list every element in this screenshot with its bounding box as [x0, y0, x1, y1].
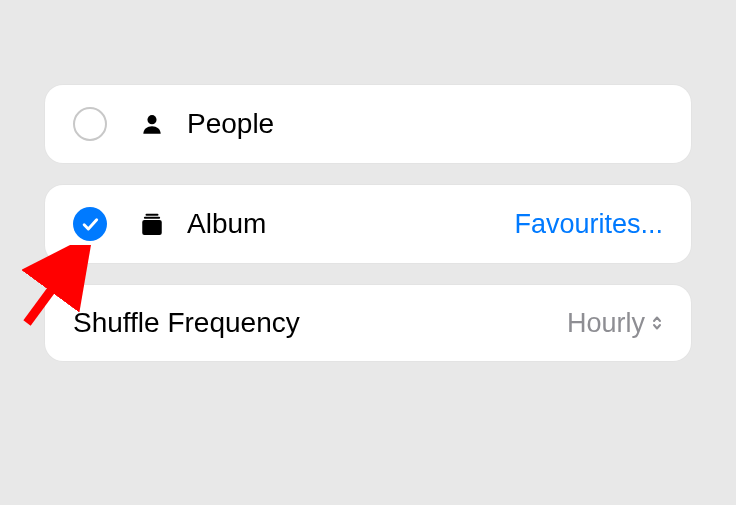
svg-point-0	[147, 115, 156, 124]
shuffle-frequency-text: Hourly	[567, 308, 645, 339]
option-people-label: People	[187, 108, 663, 140]
chevron-up-down-icon	[651, 314, 663, 332]
option-album-row[interactable]: Album Favourites...	[45, 185, 691, 263]
album-value-link[interactable]: Favourites...	[514, 209, 663, 240]
shuffle-frequency-label: Shuffle Frequency	[73, 307, 567, 339]
svg-rect-3	[142, 220, 162, 235]
option-album-label: Album	[187, 208, 514, 240]
radio-checked-icon[interactable]	[73, 207, 107, 241]
svg-rect-1	[146, 214, 159, 216]
option-people-row[interactable]: People	[45, 85, 691, 163]
svg-rect-2	[144, 217, 160, 219]
person-icon	[135, 111, 169, 137]
shuffle-frequency-row[interactable]: Shuffle Frequency Hourly	[45, 285, 691, 361]
shuffle-frequency-value[interactable]: Hourly	[567, 308, 663, 339]
album-icon	[135, 211, 169, 237]
radio-unchecked-icon[interactable]	[73, 107, 107, 141]
